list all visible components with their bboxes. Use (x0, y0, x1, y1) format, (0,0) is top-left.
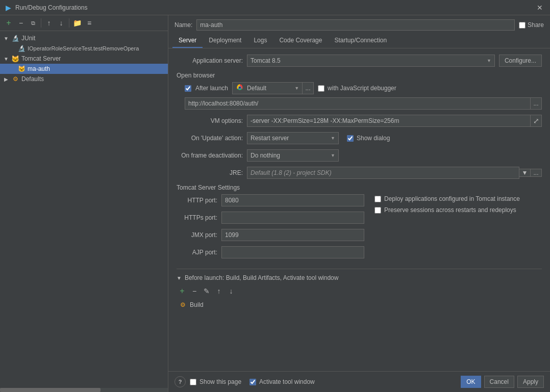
on-frame-row: On frame deactivation: Do nothing ▼ (177, 149, 542, 162)
browser-combo: Default ▼ ... (232, 82, 314, 94)
tomcat-settings-section: Tomcat Server Settings HTTP port: HTTPs … (177, 184, 542, 264)
tabs-bar: Server Deployment Logs Code Coverage Sta… (168, 34, 550, 48)
ma-auth-arrow (9, 66, 15, 72)
junit-icon: 🔬 (11, 34, 19, 42)
ajp-port-label: AJP port: (177, 249, 217, 256)
name-label: Name: (174, 21, 192, 29)
before-launch-collapse-icon[interactable]: ▼ (177, 275, 182, 281)
app-server-select[interactable]: Tomcat 8.5 ▼ (247, 55, 495, 67)
tab-server[interactable]: Server (172, 34, 203, 48)
show-this-page-checkbox[interactable] (190, 379, 196, 385)
share-checkbox[interactable] (519, 22, 526, 29)
jre-input[interactable] (247, 167, 519, 179)
tree-item-junit[interactable]: ▼ 🔬 JUnit (0, 33, 168, 43)
title-bar-title: Run/Debug Configurations (15, 4, 534, 11)
browser-select[interactable]: Default ▼ (232, 82, 303, 94)
jmx-port-input[interactable] (221, 229, 364, 241)
on-update-select[interactable]: Restart server ▼ (247, 132, 339, 144)
js-debugger-row: with JavaScript debugger (318, 85, 396, 92)
app-server-label: Application server: (177, 57, 243, 64)
on-frame-value: Do nothing (251, 152, 329, 159)
copy-config-button[interactable]: ⧉ (28, 17, 39, 29)
url-more-button[interactable]: ... (531, 97, 542, 110)
show-this-page-label: Show this page (199, 378, 241, 385)
remove-config-button[interactable]: − (15, 17, 27, 29)
move-up-button[interactable]: ↑ (43, 17, 55, 29)
tab-deployment[interactable]: Deployment (203, 34, 247, 48)
on-update-label: On 'Update' action: (177, 135, 243, 142)
app-server-arrow-icon: ▼ (487, 58, 491, 63)
tree-item-defaults[interactable]: ▶ ⚙ Defaults (0, 74, 168, 84)
on-update-arrow-icon: ▼ (331, 136, 335, 141)
deploy-apps-row: Deploy applications configured in Tomcat… (374, 195, 542, 202)
ajp-port-row: AJP port: (177, 246, 364, 258)
url-input[interactable] (185, 97, 531, 110)
apply-button[interactable]: Apply (517, 376, 544, 388)
add-config-button[interactable]: + (3, 17, 14, 29)
toolbar-separator-2 (69, 18, 69, 28)
left-toolbar: + − ⧉ ↑ ↓ 📁 ≡ (0, 15, 168, 31)
before-launch-remove-button[interactable]: − (189, 285, 200, 297)
junit-child-icon: 🔬 (17, 44, 26, 53)
before-launch-down-button[interactable]: ↓ (226, 285, 237, 297)
configure-button[interactable]: Configure... (499, 55, 542, 67)
browser-more-button[interactable]: ... (303, 82, 314, 94)
help-button[interactable]: ? (174, 376, 186, 387)
open-browser-title: Open browser (177, 72, 542, 79)
preserve-sessions-checkbox[interactable] (374, 207, 381, 214)
bottom-checkboxes: Show this page Activate tool window (190, 378, 315, 385)
tab-startup-connection[interactable]: Startup/Connection (328, 34, 393, 48)
right-panel: Name: Share Server Deployment Logs Code … (168, 15, 550, 392)
sort-button[interactable]: ≡ (84, 17, 95, 29)
toolbar-separator (41, 18, 41, 28)
build-icon: ⚙ (179, 301, 187, 309)
ok-button[interactable]: OK (461, 376, 481, 388)
open-browser-section: Open browser After launch (177, 72, 542, 110)
after-launch-checkbox[interactable] (185, 85, 191, 92)
activate-tool-window-row: Activate tool window (249, 378, 315, 385)
tab-code-coverage[interactable]: Code Coverage (273, 34, 328, 48)
show-dialog-checkbox[interactable] (347, 135, 354, 142)
vm-expand-button[interactable]: ⤢ (531, 115, 542, 127)
tree-item-ma-auth[interactable]: 🐱 ma-auth (0, 64, 168, 74)
before-launch-title-label: Before launch: Build, Build Artifacts, A… (185, 274, 339, 281)
tree-item-tomcat[interactable]: ▼ 🐱 Tomcat Server (0, 54, 168, 64)
defaults-icon: ⚙ (11, 75, 19, 83)
activate-tool-window-checkbox[interactable] (249, 379, 256, 385)
horizontal-scrollbar[interactable] (0, 388, 168, 392)
before-launch-add-button[interactable]: + (177, 285, 188, 297)
preserve-sessions-row: Preserve sessions across restarts and re… (374, 206, 542, 214)
close-button[interactable]: ✕ (534, 2, 546, 14)
vm-options-wrapper: ⤢ (247, 115, 542, 127)
tomcat-arrow: ▼ (3, 56, 9, 62)
vm-options-input[interactable] (247, 115, 531, 127)
before-launch-up-button[interactable]: ↑ (213, 285, 224, 297)
before-launch-section: ▼ Before launch: Build, Build Artifacts,… (177, 269, 542, 310)
move-down-button[interactable]: ↓ (56, 17, 67, 29)
before-launch-edit-button[interactable]: ✎ (201, 285, 212, 297)
junit-label: JUnit (21, 35, 165, 42)
http-port-input[interactable] (221, 194, 364, 206)
share-label: Share (528, 21, 544, 29)
js-debugger-checkbox[interactable] (318, 85, 324, 92)
on-update-combo: Restart server ▼ (247, 132, 339, 144)
defaults-label: Defaults (21, 75, 165, 83)
tomcat-icon: 🐱 (11, 55, 19, 63)
ajp-port-input[interactable] (221, 246, 364, 258)
tree-item-junit-child[interactable]: 🔬 IOperatorRoleServiceTest.testRemoveOpe… (0, 43, 168, 54)
jre-ellipsis-button[interactable]: ... (531, 169, 542, 177)
https-port-row: HTTPs port: (177, 212, 364, 224)
tab-logs[interactable]: Logs (247, 34, 273, 48)
on-frame-select[interactable]: Do nothing ▼ (247, 149, 339, 162)
app-server-value: Tomcat 8.5 (251, 57, 485, 64)
folder-button[interactable]: 📁 (71, 17, 83, 29)
name-input[interactable] (196, 19, 515, 31)
cancel-button[interactable]: Cancel (484, 376, 514, 388)
jre-dropdown-button[interactable]: ▼ (519, 169, 531, 177)
deploy-apps-checkbox[interactable] (374, 196, 381, 202)
activate-tool-window-label: Activate tool window (259, 378, 315, 385)
share-row: Share (519, 21, 544, 29)
jre-row: JRE: ▼ ... (177, 167, 542, 179)
https-port-input[interactable] (221, 212, 364, 224)
deploy-apps-label: Deploy applications configured in Tomcat… (384, 195, 520, 202)
